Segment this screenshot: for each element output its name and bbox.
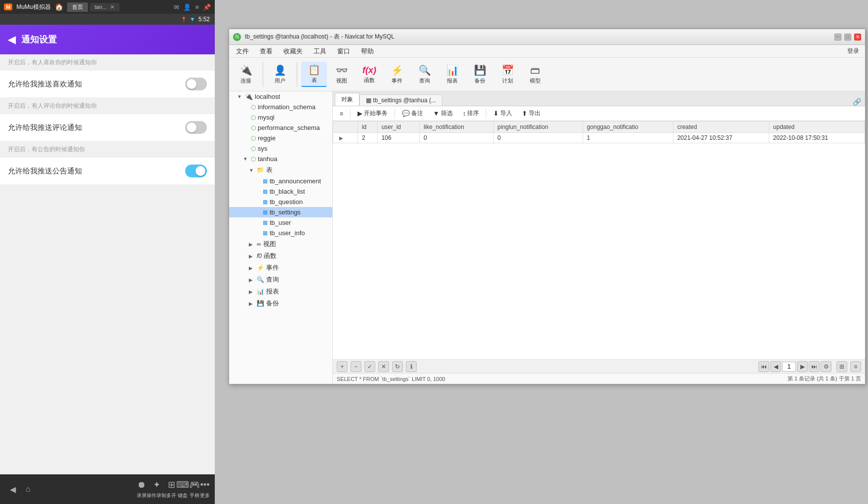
col-header-id[interactable]: id	[357, 122, 377, 133]
nav-back-btn[interactable]: ◀	[10, 485, 16, 494]
col-header-user-id[interactable]: user_id	[377, 122, 419, 133]
toolbar-connection[interactable]: 🔌 连接	[233, 62, 259, 86]
refresh-btn[interactable]: ↻	[392, 361, 403, 372]
table-row[interactable]: ▶ 2 106 0 0 1 2021-04-27 10:52:37 2022-1…	[333, 133, 865, 143]
menu-window[interactable]: 窗口	[332, 46, 355, 57]
settings-icon[interactable]: ≡	[195, 3, 199, 11]
tree-events-folder[interactable]: ▶ ⚡ 事件	[229, 262, 332, 274]
mumu-tab-tan[interactable]: tan... ✕	[90, 3, 120, 11]
menu-help[interactable]: 帮助	[356, 46, 379, 57]
action-export[interactable]: ⬆ 导出	[518, 108, 545, 119]
toolbar-report[interactable]: 📊 报表	[439, 62, 465, 86]
cell-like-notification[interactable]: 0	[419, 133, 493, 143]
taskbar-keyboard[interactable]: ⌨ 键盘	[176, 479, 189, 499]
toolbar-view[interactable]: 👓 视图	[329, 62, 355, 86]
toolbar-table[interactable]: 📋 表	[301, 62, 327, 87]
action-begin-tx[interactable]: ▶ 开始事务	[354, 108, 392, 119]
maximize-button[interactable]: □	[844, 34, 851, 41]
col-header-created[interactable]: created	[673, 122, 769, 133]
toggle-1[interactable]	[185, 78, 207, 90]
tree-tb-user[interactable]: ▦ tb_user	[229, 217, 332, 228]
menu-file[interactable]: 文件	[231, 46, 254, 57]
back-button[interactable]: ◀	[8, 34, 15, 45]
tree-tb-settings[interactable]: ▦ tb_settings	[229, 207, 332, 217]
taskbar-more[interactable]: ••• 更多	[200, 480, 210, 499]
delete-record-btn[interactable]: −	[351, 361, 361, 372]
col-header-pinglun-notification[interactable]: pinglun_notification	[493, 122, 583, 133]
menu-view[interactable]: 查看	[255, 46, 277, 57]
menu-tools[interactable]: 工具	[309, 46, 331, 57]
cell-id[interactable]: 2	[357, 133, 377, 143]
toolbar-query[interactable]: 🔍 查询	[412, 62, 437, 86]
tree-performance-schema[interactable]: ⬡ performance_schema	[229, 123, 332, 133]
taskbar-multi[interactable]: ⊞ 多开	[166, 479, 176, 499]
cell-created[interactable]: 2021-04-27 10:52:37	[673, 133, 769, 143]
prev-page-btn[interactable]: ◀	[770, 361, 781, 372]
check-btn[interactable]: ✓	[364, 361, 375, 372]
tree-tb-black-list[interactable]: ▦ tb_black_list	[229, 186, 332, 197]
toolbar-user[interactable]: 👤 用户	[267, 62, 293, 86]
home-icon[interactable]: 🏠	[55, 3, 63, 11]
tree-tables-folder[interactable]: ▼ 📁 表	[229, 164, 332, 176]
tab-action-icon[interactable]: 🔗	[853, 98, 863, 106]
user-icon[interactable]: 👤	[183, 3, 191, 11]
tree-mysql[interactable]: ⬡ mysql	[229, 112, 332, 123]
tree-tb-user-info[interactable]: ▦ tb_user_info	[229, 228, 332, 238]
next-page-btn[interactable]: ▶	[797, 361, 808, 372]
tree-tb-announcement[interactable]: ▦ tb_announcement	[229, 176, 332, 186]
tree-views-folder[interactable]: ▶ ∞ 视图	[229, 238, 332, 250]
first-page-btn[interactable]: ⏮	[758, 361, 769, 372]
toolbar-model[interactable]: 🗃 模型	[522, 63, 548, 86]
add-record-btn[interactable]: +	[337, 361, 348, 372]
toolbar-function[interactable]: f(x) 函数	[356, 63, 382, 86]
tree-localhost[interactable]: ▼ 🔌 localhost	[229, 91, 332, 102]
tree-tanhua[interactable]: ▼ ⬡ tanhua	[229, 154, 332, 164]
tree-functions-folder[interactable]: ▶ f0 函数	[229, 250, 332, 262]
toolbar-event[interactable]: ⚡ 事件	[384, 62, 410, 86]
col-header-like-notification[interactable]: like_notification	[419, 122, 493, 133]
login-button[interactable]: 登录	[843, 47, 863, 55]
action-sort[interactable]: ↕ 排序	[459, 108, 483, 119]
action-import[interactable]: ⬇ 导入	[489, 108, 516, 119]
col-header-updated[interactable]: updated	[769, 122, 865, 133]
toggle-2[interactable]	[185, 121, 207, 134]
cell-user-id[interactable]: 106	[377, 133, 419, 143]
col-header-gonggao-notification[interactable]: gonggao_notificatio	[583, 122, 673, 133]
menu-favorites[interactable]: 收藏夹	[278, 46, 308, 57]
settings-page-btn[interactable]: ⚙	[821, 361, 831, 372]
taskbar-gamepad[interactable]: 🎮 手柄	[189, 479, 200, 499]
nav-home-btn[interactable]: ⌂	[26, 485, 31, 494]
tree-tb-question[interactable]: ▦ tb_question	[229, 197, 332, 207]
tab-tb-settings[interactable]: ▦ tb_settings @tanhua (...	[359, 94, 442, 106]
tab-close-icon[interactable]: ✕	[110, 4, 115, 10]
taskbar-screen-record[interactable]: ⏺ 录屏	[137, 480, 147, 499]
cancel-edit-btn[interactable]: ✕	[378, 361, 389, 372]
grid-view-btn[interactable]: ⊞	[836, 361, 847, 372]
cell-updated[interactable]: 2022-10-08 17:50:31	[769, 133, 865, 143]
page-number-input[interactable]	[782, 362, 796, 372]
pin-icon[interactable]: 📌	[203, 3, 211, 11]
action-comment[interactable]: 💬 备注	[398, 108, 427, 119]
cell-gonggao-notification[interactable]: 1	[583, 133, 673, 143]
toolbar-schedule[interactable]: 📅 计划	[495, 62, 520, 86]
mumu-tab-home[interactable]: 首页	[67, 2, 88, 12]
tree-reports-folder[interactable]: ▶ 📊 报表	[229, 286, 332, 297]
close-button[interactable]: ✕	[854, 34, 861, 41]
minimize-button[interactable]: ─	[834, 34, 841, 41]
tree-backup-folder[interactable]: ▶ 💾 备份	[229, 297, 332, 309]
cell-pinglun-notification[interactable]: 0	[493, 133, 583, 143]
action-menu[interactable]: ≡	[336, 109, 347, 119]
tree-information-schema[interactable]: ⬡ information_schema	[229, 102, 332, 112]
notification-icon[interactable]: ✉	[174, 3, 179, 11]
action-filter[interactable]: ▼ 筛选	[429, 108, 457, 119]
toggle-3[interactable]	[185, 165, 207, 177]
taskbar-macro[interactable]: ✦ 操作录制	[147, 479, 166, 499]
tree-queries-folder[interactable]: ▶ 🔍 查询	[229, 274, 332, 286]
tree-sys[interactable]: ⬡ sys	[229, 143, 332, 154]
form-view-btn[interactable]: ≡	[850, 361, 861, 372]
tab-object[interactable]: 对象	[335, 93, 359, 106]
last-page-btn[interactable]: ⏭	[809, 361, 820, 372]
info-btn[interactable]: ℹ	[406, 361, 417, 372]
tree-reggie[interactable]: ⬡ reggie	[229, 133, 332, 143]
toolbar-backup[interactable]: 💾 备份	[467, 62, 493, 86]
